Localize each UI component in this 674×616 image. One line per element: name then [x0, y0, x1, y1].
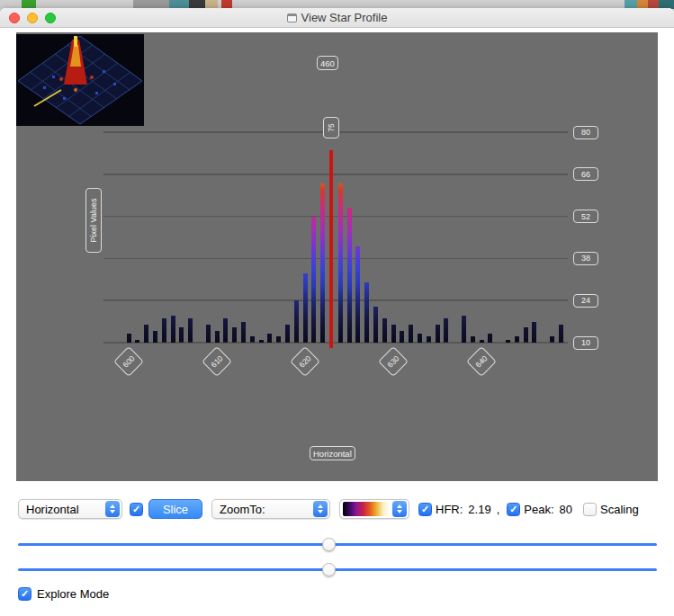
controls-panel: Horizontal Slice ZoomTo: HFR: 2.19 , Pea… — [0, 481, 674, 616]
traffic-lights — [9, 13, 56, 23]
close-button[interactable] — [9, 13, 20, 23]
histogram-bar — [241, 322, 246, 343]
histogram-bar — [144, 325, 148, 343]
histogram-bar — [532, 322, 536, 343]
scaling-checkbox[interactable] — [583, 503, 597, 516]
window-icon — [287, 13, 297, 22]
gridline — [103, 258, 568, 260]
controls-row: Horizontal Slice ZoomTo: HFR: 2.19 , Pea… — [18, 499, 663, 519]
title-group: View Star Profile — [287, 11, 388, 24]
plot-area: 806652382410600610620630640 — [16, 32, 658, 481]
histogram-bar — [550, 336, 554, 343]
hfr-value: 2.19 — [468, 503, 490, 516]
peak-checkbox[interactable] — [507, 503, 520, 516]
y-axis-tick-badge: 10 — [573, 336, 598, 350]
hfr-separator: , — [497, 503, 500, 516]
y-axis-tick-badge: 66 — [573, 167, 598, 181]
histogram-bar — [444, 318, 448, 343]
histogram-bar — [223, 318, 228, 343]
window-title: View Star Profile — [301, 11, 388, 24]
histogram-bar — [391, 325, 396, 343]
gridline — [103, 174, 568, 175]
histogram-bar — [480, 340, 484, 343]
x-axis-tick-label: 640 — [473, 353, 489, 369]
histogram-bar — [135, 340, 139, 343]
slice-value-badge: 75 — [323, 117, 339, 138]
histogram-bar — [303, 273, 308, 343]
histogram-bar — [206, 325, 211, 343]
slice-button[interactable]: Slice — [148, 499, 202, 519]
histogram-bar — [347, 208, 352, 343]
histogram-bar — [215, 331, 220, 343]
histogram-bar — [462, 316, 466, 343]
minimize-button[interactable] — [27, 13, 38, 23]
slider-thumb[interactable] — [322, 538, 336, 551]
histogram-bar — [267, 334, 272, 343]
direction-select[interactable]: Horizontal — [18, 499, 122, 519]
histogram-bar — [338, 183, 343, 343]
histogram-bar — [364, 282, 369, 343]
hfr-checkbox[interactable] — [418, 503, 432, 516]
histogram-bar — [436, 325, 440, 343]
slider-track[interactable] — [18, 568, 657, 571]
histogram-bar — [506, 340, 510, 343]
slice-row-badge: 460 — [317, 56, 338, 70]
y-axis-tick-badge: 38 — [573, 252, 598, 265]
direction-select-value: Horizontal — [19, 503, 105, 516]
scaling-label: Scaling — [600, 503, 639, 516]
y-axis-tick-badge: 80 — [573, 126, 598, 139]
x-axis-tick-label: 600 — [121, 353, 136, 369]
histogram-bar — [127, 334, 131, 343]
zoomto-select[interactable]: ZoomTo: — [211, 499, 330, 519]
histogram-bar — [294, 300, 299, 343]
histogram-bar — [488, 334, 492, 343]
view-star-profile-window: View Star Profile — [0, 8, 674, 616]
histogram-bar — [232, 327, 237, 343]
histogram-bar — [418, 334, 422, 343]
histogram-bar — [259, 340, 264, 343]
histogram-bar — [320, 183, 325, 343]
colormap-swatch — [343, 502, 390, 516]
gridline — [103, 216, 568, 218]
x-axis-tick-badge: 610 — [202, 346, 232, 377]
histogram-bar — [285, 325, 290, 343]
peak-label: Peak: — [524, 503, 553, 516]
fullscreen-button[interactable] — [45, 13, 56, 23]
slice-checkbox[interactable] — [130, 503, 143, 516]
histogram-bar — [355, 246, 360, 343]
histogram-bar — [559, 325, 563, 343]
histogram-bar — [188, 318, 193, 343]
histogram-bar — [471, 336, 475, 343]
y-axis-tick-badge: 24 — [573, 294, 598, 308]
hfr-label: HFR: — [436, 503, 463, 516]
histogram-bar — [153, 331, 157, 343]
slider-thumb[interactable] — [322, 563, 336, 576]
y-axis-tick-badge: 52 — [573, 210, 598, 223]
horizontal-position-slider[interactable] — [18, 538, 657, 551]
titlebar[interactable]: View Star Profile — [0, 8, 674, 28]
y-axis-title: Pixel Values — [85, 188, 102, 253]
x-axis-tick-badge: 630 — [378, 346, 409, 377]
histogram-bar — [171, 316, 175, 343]
stepper-icon — [105, 501, 120, 517]
histogram-bar — [162, 318, 166, 343]
histogram-bar — [382, 318, 387, 343]
explore-checkbox[interactable] — [18, 587, 31, 601]
x-axis-tick-label: 630 — [385, 353, 400, 369]
x-axis-tick-badge: 620 — [290, 346, 320, 377]
histogram-bar — [400, 331, 404, 343]
histogram-bar — [250, 336, 255, 343]
histogram-bar — [427, 336, 431, 343]
x-axis-title: Horizontal — [310, 446, 355, 460]
stepper-icon — [392, 501, 407, 517]
histogram-bar — [311, 217, 316, 343]
histogram-bar — [373, 307, 378, 343]
gridline — [103, 299, 568, 301]
stepper-icon — [313, 501, 328, 517]
slider-track[interactable] — [18, 543, 657, 546]
zoomto-select-value: ZoomTo: — [212, 503, 313, 516]
histogram-bar — [524, 327, 528, 343]
colormap-select[interactable] — [339, 499, 409, 519]
vertical-position-slider[interactable] — [18, 563, 657, 576]
peak-bar-slice-indicator — [329, 150, 333, 348]
